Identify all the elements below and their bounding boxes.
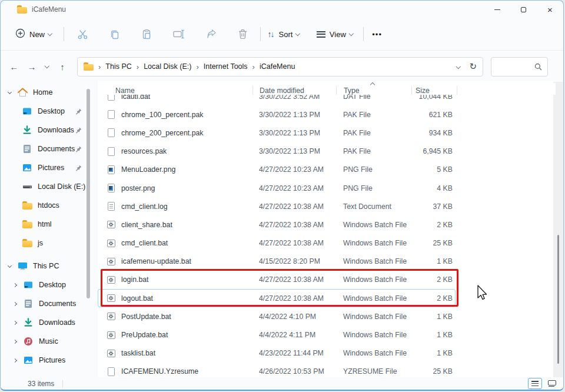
large-icons-view-button[interactable]	[544, 378, 559, 389]
chevron-down-icon[interactable]	[5, 265, 14, 267]
file-row-preupdate-bat[interactable]: PreUpdate.bat4/4/2022 4:11 PMWindows Bat…	[98, 325, 456, 344]
file-row-cmd-client-log[interactable]: cmd_client.log4/27/2022 10:38 AMText Doc…	[98, 197, 456, 215]
chevron-right-icon[interactable]	[11, 359, 19, 362]
sidebar-item-pictures[interactable]: Pictures	[1, 351, 98, 370]
file-date-modified: 4/27/2022 10:23 AM	[259, 184, 343, 192]
status-divider	[62, 380, 63, 387]
details-view-button[interactable]	[528, 378, 542, 389]
new-button[interactable]: New	[11, 25, 56, 44]
sidebar-item-home[interactable]: Home	[1, 83, 98, 102]
file-row-icafemenu-update-bat[interactable]: icafemenu-update.bat4/15/2022 8:20 PMWin…	[98, 253, 456, 271]
file-row-tasklist-bat[interactable]: tasklist.bat4/23/2022 11:44 PMWindows Ba…	[98, 344, 456, 363]
back-button[interactable]: ←	[5, 58, 23, 75]
pin-icon	[75, 127, 82, 134]
sort-button[interactable]: ↑↓ Sort	[264, 26, 304, 42]
file-row-chrome-100-percent-pak[interactable]: chrome_100_percent.pak3/30/2022 1:13 PMP…	[98, 105, 456, 124]
breadcrumb-item-internet-tools[interactable]: Internet Tools	[201, 61, 250, 72]
address-bar[interactable]: ›This PC›Local Disk (E:)›Internet Tools›…	[77, 57, 483, 77]
sidebar-item-downloads[interactable]: Downloads	[1, 313, 98, 332]
column-divider[interactable]	[336, 86, 337, 95]
search-input[interactable]	[497, 62, 534, 71]
more-options-icon: •••	[372, 30, 382, 39]
chevron-right-icon[interactable]	[11, 340, 19, 343]
sidebar-item-htdocs[interactable]: htdocs	[1, 196, 98, 215]
file-row-postupdate-bat[interactable]: PostUpdate.bat4/4/2022 4:10 PMWindows Ba…	[98, 307, 456, 325]
file-name: cmd_client.log	[121, 202, 259, 211]
sidebar-item-html[interactable]: html	[1, 215, 98, 234]
breadcrumb-chevron-icon[interactable]: ›	[194, 62, 201, 71]
file-list-scrollbar-thumb[interactable]	[557, 235, 559, 364]
file-list-scrollbar-track[interactable]	[553, 82, 563, 379]
sidebar-item-desktop[interactable]: Desktop	[1, 275, 98, 294]
column-header-size[interactable]: Size	[416, 87, 453, 95]
file-icon	[106, 147, 116, 156]
file-row-logout-bat[interactable]: logout.bat4/27/2022 10:38 AMWindows Batc…	[98, 289, 456, 307]
file-row-icafemenu-yzresume[interactable]: ICAFEMENU.Yzresume4/26/2022 10:53 PMYZRE…	[98, 363, 456, 381]
file-row-poster-png[interactable]: poster.png4/27/2022 10:23 AMPNG File4 KB	[98, 179, 456, 197]
file-name: MenuLoader.png	[121, 165, 259, 174]
column-divider[interactable]	[457, 86, 457, 95]
minimize-button[interactable]	[484, 1, 510, 18]
column-header-date-modified[interactable]: Date modified	[260, 87, 344, 95]
sidebar-item-music[interactable]: Music	[1, 332, 98, 351]
breadcrumb-chevron-icon[interactable]: ›	[250, 62, 257, 71]
view-button[interactable]: View	[313, 26, 357, 42]
maximize-button[interactable]	[510, 1, 537, 18]
window-title: iCafeMenu	[32, 5, 66, 14]
file-size: 1 KB	[415, 313, 453, 321]
cut-button[interactable]	[73, 25, 92, 44]
share-button[interactable]	[202, 25, 221, 43]
file-name: chrome_200_percent.pak	[121, 129, 259, 137]
file-list-pane: icauti.dat3/30/2022 3:52 AMDAT File10,04…	[98, 81, 556, 380]
column-header-name[interactable]: Name	[115, 87, 260, 95]
file-name: icafemenu-update.bat	[121, 257, 259, 265]
breadcrumb-chevron-icon[interactable]: ›	[96, 62, 103, 71]
sidebar-item-desktop[interactable]: Desktop	[1, 102, 98, 121]
batch-file-icon	[106, 258, 116, 265]
up-button[interactable]: ↑	[54, 58, 71, 75]
sidebar-item-this-pc[interactable]: This PC	[1, 257, 98, 275]
file-row-chrome-200-percent-pak[interactable]: chrome_200_percent.pak3/30/2022 1:13 PMP…	[98, 124, 456, 142]
file-row-cmd-client-bat[interactable]: cmd_client.bat4/27/2022 10:38 AMWindows …	[98, 234, 456, 253]
chevron-down-icon	[295, 31, 300, 36]
forward-button[interactable]: →	[23, 58, 41, 75]
address-dropdown-icon[interactable]	[456, 64, 461, 69]
file-row-client-share-bat[interactable]: client_share.bat4/27/2022 10:38 AMWindow…	[98, 215, 456, 234]
chevron-down-icon[interactable]	[5, 92, 14, 94]
file-name: client_share.bat	[121, 221, 259, 229]
sidebar-item-documents[interactable]: Documents	[1, 294, 98, 313]
sidebar-item-documents[interactable]: Documents	[1, 139, 98, 158]
file-size: 1 KB	[415, 349, 453, 357]
breadcrumb-item-icafemenu[interactable]: iCafeMenu	[257, 61, 297, 72]
chevron-right-icon[interactable]	[11, 303, 19, 305]
chevron-right-icon[interactable]	[11, 321, 19, 324]
see-more-button[interactable]: •••	[368, 26, 386, 42]
paste-button[interactable]	[137, 25, 156, 43]
search-box[interactable]	[491, 57, 548, 77]
column-divider[interactable]	[252, 86, 253, 95]
file-size: 2 KB	[415, 221, 453, 229]
refresh-icon[interactable]: ↻	[469, 61, 477, 72]
sidebar-scrollbar-thumb[interactable]	[87, 89, 90, 298]
column-divider[interactable]	[411, 86, 412, 95]
rename-button[interactable]	[169, 26, 189, 42]
column-header-type[interactable]: Type	[344, 87, 416, 95]
recent-locations-button[interactable]	[41, 58, 54, 75]
sidebar-item-js[interactable]: js	[1, 234, 98, 253]
sidebar-item-downloads[interactable]: Downloads	[1, 121, 98, 139]
sidebar-item-pictures[interactable]: Pictures	[1, 158, 98, 177]
chevron-right-icon[interactable]	[11, 284, 19, 287]
breadcrumb-item-this-pc[interactable]: This PC	[103, 61, 134, 72]
paste-icon	[141, 29, 152, 39]
sidebar-item-local-disk-e[interactable]: Local Disk (E:)	[1, 177, 98, 196]
file-row-resources-pak[interactable]: resources.pak3/30/2022 1:13 PMPAK File6,…	[98, 142, 456, 161]
file-row-menuloader-png[interactable]: MenuLoader.png4/27/2022 10:23 AMPNG File…	[98, 161, 456, 179]
close-button[interactable]: ×	[537, 1, 563, 18]
copy-button[interactable]	[105, 25, 124, 43]
file-size: 4 KB	[415, 184, 453, 192]
file-type: Windows Batch File	[343, 257, 415, 265]
breadcrumb-item-local-disk-e[interactable]: Local Disk (E:)	[141, 61, 194, 72]
file-row-login-bat[interactable]: login.bat4/27/2022 10:38 AMWindows Batch…	[98, 271, 456, 289]
delete-button[interactable]	[234, 25, 252, 43]
breadcrumb-chevron-icon[interactable]: ›	[134, 62, 141, 71]
